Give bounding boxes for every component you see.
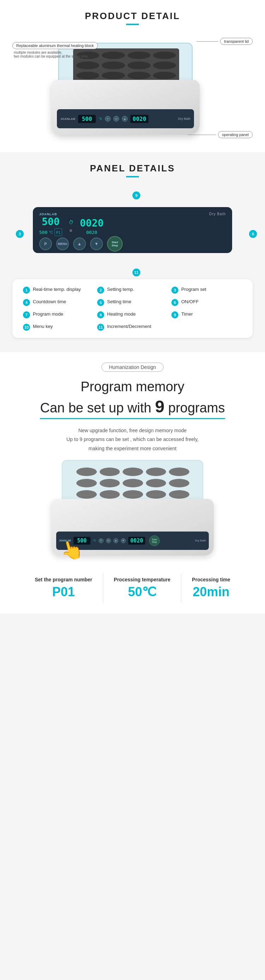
legend-num-1: 1 bbox=[23, 286, 30, 294]
section1-title: PRODUCT DETAIL bbox=[7, 11, 258, 22]
btn-p-diag[interactable]: P bbox=[39, 237, 52, 250]
panel-top-bar: JOANLAB Dry Bath bbox=[39, 212, 226, 216]
d2-product-name: Dry Bath bbox=[195, 539, 206, 542]
d2-hole bbox=[169, 479, 189, 487]
panel-time-display: 0020 bbox=[130, 115, 148, 123]
stat-processing-temperature: Processing temperature 50℃ bbox=[103, 573, 181, 603]
d2-hole bbox=[100, 479, 120, 487]
legend-label-8: Heating mode bbox=[107, 311, 136, 317]
legend-label-9: Timer bbox=[181, 311, 193, 317]
d2-time-display: 0020 bbox=[128, 537, 145, 545]
title2-pre: Can be set up with bbox=[40, 401, 155, 415]
btn-start-stop[interactable]: Start Stop bbox=[107, 236, 122, 251]
d2-hole bbox=[146, 490, 167, 499]
hole bbox=[127, 52, 151, 59]
legend-item-3: 3 Program set bbox=[171, 286, 242, 294]
desc-line3: making the experiment more convenient bbox=[7, 444, 258, 453]
d2-start-stop-btn[interactable]: Start Stop bbox=[149, 535, 160, 546]
d2-btn-p[interactable]: P bbox=[98, 538, 103, 543]
legend-num-10: 10 bbox=[23, 324, 30, 331]
d2-hole bbox=[100, 468, 120, 476]
program-memory-title: Program memory bbox=[7, 379, 258, 395]
panel-brand-label: JOANLAB bbox=[39, 212, 57, 216]
d2-btn-up[interactable]: ▲ bbox=[113, 538, 118, 543]
btn-up[interactable]: ▲ bbox=[122, 116, 127, 122]
section-humanization: Humanization Design Program memory Can b… bbox=[0, 352, 265, 566]
sub-temp-display: 500 bbox=[39, 230, 48, 235]
d2-hole bbox=[100, 490, 120, 499]
d2-start-label: Start bbox=[152, 538, 157, 541]
btn-down-diag[interactable]: ▼ bbox=[90, 237, 103, 250]
d2-hole bbox=[76, 479, 97, 487]
desc-line2: Up to 9 programs can be set , which can … bbox=[7, 435, 258, 444]
legend-label-7: Program mode bbox=[33, 311, 63, 317]
legend-label-6: ON/OFF bbox=[181, 299, 198, 305]
legend-label-5: Setting time bbox=[107, 299, 132, 305]
d2-btn-down[interactable]: ▼ bbox=[121, 538, 126, 543]
legend-num-11: 11 bbox=[97, 324, 104, 331]
legend-label-10: Menu key bbox=[33, 323, 52, 330]
num-11: 11 bbox=[132, 269, 140, 276]
product-image-area: JOANLAB 500 °C P M ▲ 0020 Dry Bath Repla… bbox=[13, 32, 252, 145]
humanization-badge: Humanization Design bbox=[102, 363, 163, 372]
d2-hole bbox=[146, 468, 167, 476]
d2-deg: °C bbox=[93, 539, 96, 542]
d2-hole bbox=[122, 490, 143, 499]
stat-processing-time: Processing time 20min bbox=[181, 573, 241, 603]
d2-hole bbox=[76, 468, 97, 476]
btn-menu[interactable]: M bbox=[113, 116, 119, 122]
btn-up-diag[interactable]: ▲ bbox=[73, 237, 86, 250]
hole bbox=[153, 72, 176, 79]
stat-processing-time-label: Processing time bbox=[192, 577, 230, 582]
legend-item-11: 11 Increment/Decrement bbox=[97, 323, 168, 331]
legend-label-3: Program set bbox=[181, 286, 206, 293]
num-9: 9 bbox=[132, 191, 140, 199]
section-product-detail: PRODUCT DETAIL JOANLAB 500 °C bbox=[0, 0, 265, 152]
section1-title-underline bbox=[126, 24, 139, 25]
legend-num-8: 8 bbox=[97, 311, 104, 318]
clock-icon: ⏱ bbox=[68, 220, 73, 225]
legend-item-1: 1 Real-time temp. display bbox=[23, 286, 94, 294]
stat-processing-time-value: 20min bbox=[192, 584, 230, 600]
legend-item-6: 6 ON/OFF bbox=[171, 299, 242, 306]
d2-hole bbox=[122, 479, 143, 487]
program-indicator-text: P1 bbox=[56, 231, 60, 235]
stat-program-number-label: Set the program number bbox=[35, 577, 92, 582]
device2-holes-grid bbox=[73, 464, 193, 502]
hole bbox=[102, 62, 125, 69]
stat-processing-temp-value: 50℃ bbox=[114, 584, 170, 600]
hole bbox=[153, 62, 176, 69]
section2-title: PANEL DETAILS bbox=[7, 163, 258, 174]
section2-title-underline bbox=[126, 176, 139, 177]
hole bbox=[127, 72, 151, 79]
legend-num-5: 5 bbox=[97, 299, 104, 306]
legend-grid: 1 Real-time temp. display 2 Setting temp… bbox=[23, 286, 242, 331]
legend-num-2: 2 bbox=[97, 286, 104, 294]
hole bbox=[76, 62, 99, 69]
annotation-operating-panel: operating panel bbox=[187, 131, 252, 138]
status-icons: ⏱ ⚙ bbox=[68, 220, 73, 232]
icons-placeholder: ⚙ bbox=[68, 229, 73, 232]
panel-product-name: Dry Bath bbox=[178, 117, 190, 121]
legend-label-4: Countdown time bbox=[33, 299, 66, 305]
device-control-panel: JOANLAB 500 °C P M ▲ 0020 Dry Bath bbox=[57, 109, 194, 128]
annotation-operating-panel-label: operating panel bbox=[218, 131, 252, 138]
stat-processing-temp-label: Processing temperature bbox=[114, 577, 170, 582]
d2-btn-menu[interactable]: M bbox=[106, 538, 111, 543]
btn-p[interactable]: P bbox=[105, 116, 111, 122]
start-label: Start bbox=[112, 241, 118, 244]
legend-item-9: 9 Timer bbox=[171, 311, 242, 318]
desc-line1: New upgrade function, free design memory… bbox=[7, 426, 258, 435]
num-6: 6 bbox=[249, 230, 257, 238]
panel-buttons: P MENU ▲ ▼ Start Stop bbox=[39, 236, 226, 251]
annotation-transparent-lid-label: transparent lid bbox=[220, 38, 252, 45]
legend-num-6: 6 bbox=[171, 299, 178, 306]
hole bbox=[76, 72, 99, 79]
legend-item-5: 5 Setting time bbox=[97, 299, 168, 306]
legend-item-4: 4 Countdown time bbox=[23, 299, 94, 306]
bottom-stats: Set the program number P01 Processing te… bbox=[0, 566, 265, 614]
d2-hole bbox=[122, 468, 143, 476]
panel-graphic: JOANLAB Dry Bath 500 500 °C P1 bbox=[33, 207, 232, 253]
main-temp-display: 500 bbox=[39, 216, 62, 228]
btn-menu-diag[interactable]: MENU bbox=[56, 237, 69, 250]
